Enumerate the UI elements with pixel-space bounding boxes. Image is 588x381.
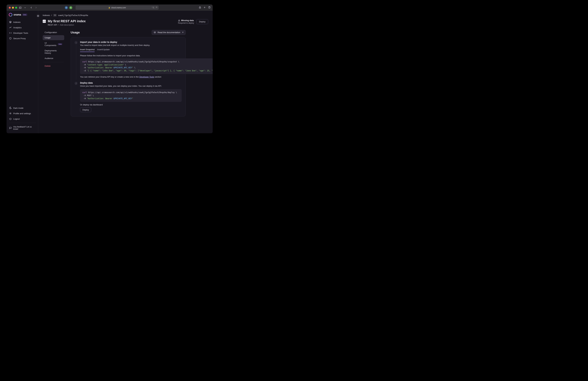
svg-rect-0 [19,7,21,8]
beta-badge: beta [58,43,62,45]
deploy-button[interactable]: Deploy [80,108,91,112]
extension-icon[interactable]: G [69,6,72,9]
sidebar-item-analytics[interactable]: Analytics [7,25,38,30]
beta-badge: beta [22,14,27,16]
missing-data-subtitle: Required to deploy [178,22,194,24]
sidebar-item-settings[interactable]: Profile and settings [7,111,38,116]
arrow-external-icon [182,31,184,33]
missing-data-title: Missing data [181,19,194,22]
sidebar-item-secure-proxy[interactable]: Secure Proxy [7,36,38,41]
step-subtitle: You need to import data (via bulk import… [80,44,213,46]
extension-icon[interactable]: ◎ [65,6,68,9]
read-docs-button[interactable]: Read the documentation [152,30,186,35]
page-title: My first REST API index [48,19,86,23]
subnav-item-configuration[interactable]: Configuration [43,30,64,35]
code-icon [9,32,12,34]
sidebar-item-label: Developer Tools [13,32,28,34]
sidebar-toggle-icon[interactable] [19,6,22,9]
sidebar-item-label: Indexes [13,21,21,23]
code-snippet[interactable]: curl https://api.oramasearch.com/api/v1/… [80,58,213,74]
section-heading: Usage [71,31,80,34]
close-window[interactable] [9,7,11,9]
nav-back-icon[interactable] [30,6,33,9]
gear-icon [9,112,12,115]
index-type-label: REST API [48,24,57,26]
nav-forward-icon[interactable] [34,6,38,9]
dot-separator: • [58,24,59,26]
developer-tools-link[interactable]: Developer Tools [139,76,154,78]
chat-icon [9,127,12,129]
browser-chrome: ◎ G 🔒 cloud.orama.com ᴬ文 ⟳ [7,4,213,11]
deploy-button[interactable]: Deploy [196,19,208,24]
svg-line-13 [182,32,183,33]
brand[interactable]: orama beta [7,11,38,18]
subnav-item-audience[interactable]: Audience [43,56,64,61]
maximize-window[interactable] [15,7,17,9]
step-number: 2 [75,82,78,85]
reload-icon[interactable]: ⟳ [156,6,157,9]
subnav-item-ui-components[interactable]: UI Components beta [43,41,64,48]
lock-icon: 🔒 [108,7,110,8]
sidebar-item-logout[interactable]: Logout [7,116,38,122]
svg-point-10 [10,113,11,114]
svg-point-12 [179,21,179,21]
power-icon [9,117,12,120]
chevron-down-icon[interactable] [23,6,27,9]
sidebar-item-label: Analytics [13,26,21,29]
sidebar-item-developer-tools[interactable]: Developer Tools [7,30,38,36]
read-docs-label: Read the documentation [158,31,180,34]
code-snippet[interactable]: curl https://api.oramasearch.com/api/v1/… [80,89,182,102]
sidebar-item-darkmode[interactable]: Dark mode [7,105,38,111]
analytics-icon [9,26,12,29]
sidebar-item-label: Profile and settings [13,112,31,115]
url-text: cloud.orama.com [111,7,126,9]
collapse-sidebar-icon[interactable] [37,15,39,17]
main-content: Indexes / ID sawkj7go3g3fw5ach29nqo9a </… [38,11,213,133]
step-title: Import your data in order to deploy [80,41,213,43]
breadcrumb: Indexes / ID sawkj7go3g3fw5ach29nqo9a [43,14,208,17]
sidebar-item-indexes[interactable]: Indexes [7,19,38,25]
translate-icon[interactable]: ᴬ文 [152,6,154,9]
sidebar-item-label: Secure Proxy [13,37,26,40]
svg-rect-6 [209,7,210,8]
minimize-window[interactable] [12,7,14,9]
brand-name: orama [14,13,21,16]
url-bar[interactable]: 🔒 cloud.orama.com ᴬ文 ⟳ [76,5,159,10]
sidebar-item-feedback[interactable]: Any feedback? Let us know! [7,124,38,132]
sidebar-item-label: Dark mode [13,107,23,109]
add-description-link[interactable]: Add description [60,24,74,26]
tab-insert-update[interactable]: Insert/Update [97,48,110,52]
tab-insert-snapshot[interactable]: Insert Snapshot [80,48,95,52]
breadcrumb-separator: / [51,14,52,17]
brand-logo-icon [9,13,12,17]
subnav-item-usage[interactable]: Usage [43,35,64,40]
book-icon [154,31,156,34]
shield-icon [9,37,12,40]
step-number: 1 [75,41,78,44]
sidebar: orama beta Indexes Analytics Developer T… [7,11,38,133]
step-hint: Please follow the instructions below to … [80,54,213,57]
share-icon[interactable] [199,6,201,9]
subnav-item-deployments[interactable]: Deployments History [43,48,64,55]
id-chip: ID [53,14,57,17]
sidebar-item-label: Any feedback? Let us know! [13,126,36,130]
window-controls [9,7,17,9]
step-note: You can retrieve your Orama API key or c… [80,76,213,78]
subnav-item-delete[interactable]: Delete [43,64,64,68]
step-subtitle: Once you have imported your data, you ca… [80,85,182,87]
warning-icon [178,19,180,22]
moon-icon [9,107,12,109]
breadcrumb-id: sawkj7go3g3fw5ach29nqo9a [58,14,88,17]
svg-marker-9 [9,21,11,22]
subnav: Configuration Usage UI Components beta D… [43,30,64,116]
new-tab-icon[interactable] [203,6,206,9]
or-text: Or deploy via dashboard [80,104,182,106]
layers-icon [9,21,12,23]
tabs-icon[interactable] [208,6,210,9]
index-type-icon: </> [43,20,46,23]
step-title: Deploy data [80,82,182,84]
svg-rect-7 [37,15,39,16]
sidebar-item-label: Logout [13,118,20,120]
breadcrumb-root[interactable]: Indexes [43,14,50,17]
